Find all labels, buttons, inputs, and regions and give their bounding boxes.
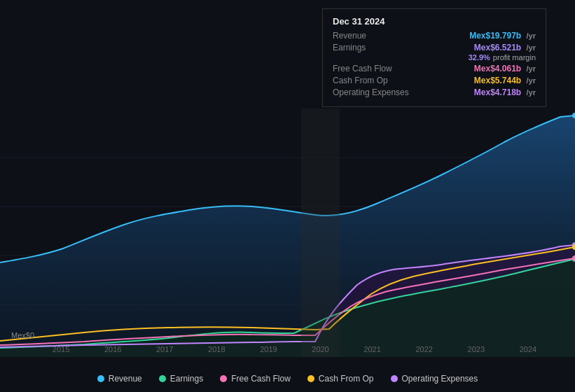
tooltip-date: Dec 31 2024 — [333, 16, 536, 27]
chart-container: Dec 31 2024 Revenue Mex$19.797b /yr Earn… — [0, 0, 575, 392]
tooltip-value-revenue: Mex$19.797b /yr — [469, 31, 536, 41]
tooltip-label-cfo: Cash From Op — [333, 76, 417, 85]
x-label-2016: 2016 — [104, 345, 121, 354]
chart-legend: Revenue Earnings Free Cash Flow Cash Fro… — [0, 374, 575, 384]
tooltip-box: Dec 31 2024 Revenue Mex$19.797b /yr Earn… — [322, 8, 546, 107]
chart-area — [0, 108, 575, 357]
legend-label-cfo: Cash From Op — [319, 374, 374, 384]
legend-label-earnings: Earnings — [170, 374, 203, 384]
x-label-2017: 2017 — [156, 345, 173, 354]
x-label-2023: 2023 — [468, 345, 485, 354]
profit-margin-pct: 32.9% — [469, 53, 490, 62]
legend-item-revenue[interactable]: Revenue — [97, 374, 142, 384]
x-label-2019: 2019 — [260, 345, 277, 354]
legend-dot-revenue — [97, 375, 104, 382]
profit-margin-row: 32.9% profit margin — [333, 53, 536, 62]
tooltip-row-fcf: Free Cash Flow Mex$4.061b /yr — [333, 64, 536, 74]
y-axis-bottom-label: Mex$0 — [11, 331, 34, 340]
tooltip-label-revenue: Revenue — [333, 31, 417, 41]
tooltip-label-earnings: Earnings — [333, 43, 417, 52]
x-label-2015: 2015 — [53, 345, 69, 354]
tooltip-label-opex: Operating Expenses — [333, 88, 417, 97]
tooltip-row-earnings: Earnings Mex$6.521b /yr — [333, 43, 536, 52]
legend-dot-cfo — [307, 375, 314, 382]
x-label-2022: 2022 — [415, 345, 432, 354]
tooltip-row-cfo: Cash From Op Mex$5.744b /yr — [333, 76, 536, 85]
x-axis: 2015 2016 2017 2018 2019 2020 2021 2022 … — [0, 345, 575, 354]
legend-item-opex[interactable]: Operating Expenses — [391, 374, 478, 384]
legend-item-fcf[interactable]: Free Cash Flow — [220, 374, 291, 384]
tooltip-value-opex: Mex$4.718b /yr — [474, 88, 536, 97]
tooltip-value-cfo: Mex$5.744b /yr — [474, 76, 536, 85]
svg-rect-12 — [301, 108, 340, 357]
x-label-2020: 2020 — [312, 345, 328, 354]
legend-item-earnings[interactable]: Earnings — [159, 374, 203, 384]
tooltip-value-fcf: Mex$4.061b /yr — [474, 64, 536, 74]
x-label-2024: 2024 — [520, 345, 536, 354]
legend-dot-opex — [391, 375, 398, 382]
profit-margin-label: profit margin — [493, 53, 536, 62]
tooltip-value-earnings: Mex$6.521b /yr — [474, 43, 536, 52]
legend-item-cfo[interactable]: Cash From Op — [307, 374, 374, 384]
tooltip-row-revenue: Revenue Mex$19.797b /yr — [333, 31, 536, 41]
legend-dot-earnings — [159, 375, 166, 382]
legend-label-revenue: Revenue — [109, 374, 142, 384]
x-label-2021: 2021 — [363, 345, 380, 354]
chart-svg — [0, 108, 575, 357]
x-label-2018: 2018 — [208, 345, 225, 354]
legend-label-opex: Operating Expenses — [402, 374, 478, 384]
tooltip-row-opex: Operating Expenses Mex$4.718b /yr — [333, 88, 536, 97]
legend-label-fcf: Free Cash Flow — [231, 374, 291, 384]
tooltip-label-fcf: Free Cash Flow — [333, 64, 417, 74]
legend-dot-fcf — [220, 375, 227, 382]
